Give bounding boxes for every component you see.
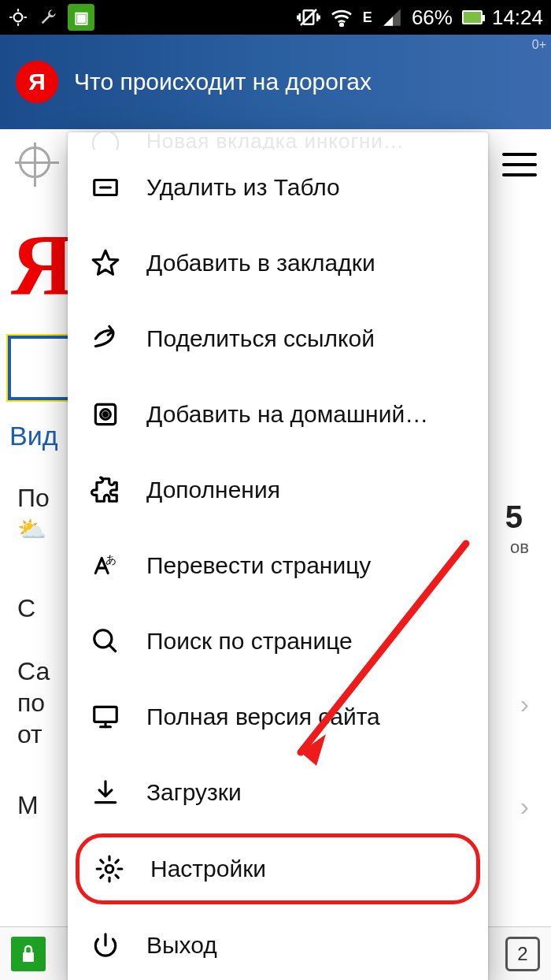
desktop-icon	[88, 700, 123, 734]
weather-icon: ⛅	[17, 515, 46, 543]
text-sa: Са	[17, 657, 50, 686]
menu-item-label: Новая вкладка инкогни…	[146, 132, 405, 150]
svg-text:あ: あ	[105, 553, 116, 566]
menu-item-label: Поделиться ссылкой	[146, 325, 375, 352]
menu-item-label: Загрузки	[146, 779, 242, 806]
svg-line-13	[109, 645, 116, 651]
svg-point-17	[105, 865, 113, 873]
status-bar: ▣ E 66% 14:24	[0, 0, 551, 35]
clock: 14:24	[492, 6, 543, 30]
menu-item-label: Выход	[146, 932, 217, 959]
battery-icon	[462, 10, 483, 24]
banner-headline: Что происходит на дорогах	[74, 69, 372, 95]
menu-item-truncated[interactable]: ◯ Новая вкладка инкогни…	[68, 132, 488, 150]
text-poi: по	[17, 689, 45, 718]
hamburger-menu-button[interactable]	[502, 153, 537, 176]
puzzle-icon	[88, 473, 123, 507]
video-link-partial[interactable]: Вид	[9, 421, 58, 451]
battery-percent: 66%	[412, 6, 453, 30]
chevron-right-icon[interactable]: ›	[520, 791, 529, 822]
yandex-logo: Я	[16, 61, 58, 103]
remove-tile-icon	[88, 170, 123, 205]
star-icon	[88, 246, 123, 280]
menu-item-label: Поиск по странице	[146, 628, 353, 655]
menu-item-label: Добавить на домашний…	[146, 401, 428, 428]
gps-icon	[8, 7, 28, 28]
menu-item-label: Полная версия сайта	[146, 703, 380, 730]
lock-icon[interactable]	[11, 937, 46, 971]
menu-item-power[interactable]: Выход	[68, 908, 488, 980]
menu-item-download[interactable]: Загрузки	[68, 755, 488, 830]
text-m: М	[17, 791, 39, 820]
menu-item-label: Перевести страницу	[146, 552, 371, 579]
translate-icon: あ	[88, 548, 123, 583]
menu-item-label: Добавить в закладки	[146, 250, 375, 277]
svg-point-10	[104, 413, 108, 417]
menu-item-home-add[interactable]: Добавить на домашний…	[68, 377, 488, 452]
menu-item-translate[interactable]: あПеревести страницу	[68, 528, 488, 603]
menu-item-label: Настройки	[150, 856, 266, 882]
chevron-right-icon[interactable]: ›	[520, 689, 529, 719]
text-ot: от	[17, 720, 43, 749]
region-count: 5	[505, 499, 523, 535]
tab-count-button[interactable]: 2	[505, 937, 540, 971]
menu-item-remove-tile[interactable]: Удалить из Табло	[68, 150, 488, 225]
yandex-letter: Я	[11, 216, 73, 316]
section-c: С	[17, 594, 35, 623]
menu-item-label: Дополнения	[146, 477, 280, 503]
app-badge-icon: ▣	[68, 4, 94, 31]
svg-rect-14	[94, 707, 117, 722]
search-box-partial[interactable]	[6, 334, 77, 402]
gear-icon	[92, 852, 127, 886]
age-badge: 0+	[532, 38, 546, 52]
signal-icon	[382, 9, 402, 26]
menu-item-find[interactable]: Поиск по странице	[68, 603, 488, 679]
find-icon	[88, 624, 123, 659]
svg-marker-7	[93, 251, 118, 274]
home-add-icon	[88, 397, 123, 432]
weather-label-partial: По	[17, 484, 50, 513]
menu-item-label: Удалить из Табло	[146, 174, 340, 201]
share-icon	[88, 321, 123, 356]
menu-item-puzzle[interactable]: Дополнения	[68, 452, 488, 528]
incognito-icon: ◯	[88, 132, 123, 150]
browser-overflow-menu: ◯ Новая вкладка инкогни… Удалить из Табл…	[68, 132, 488, 980]
power-icon	[88, 928, 123, 963]
wifi-icon	[330, 8, 353, 27]
download-icon	[88, 775, 123, 810]
svg-point-0	[14, 13, 23, 22]
vibrate-icon	[297, 7, 320, 28]
region-suffix: ов	[510, 537, 529, 558]
menu-item-gear[interactable]: Настройки	[76, 833, 480, 904]
zen-banner[interactable]: Я Что происходит на дорогах 0+	[0, 35, 551, 129]
network-type-icon: E	[363, 9, 372, 26]
svg-rect-4	[23, 952, 34, 962]
locate-icon[interactable]	[19, 147, 50, 178]
menu-item-share[interactable]: Поделиться ссылкой	[68, 301, 488, 377]
menu-item-star[interactable]: Добавить в закладки	[68, 225, 488, 301]
menu-item-desktop[interactable]: Полная версия сайта	[68, 679, 488, 755]
svg-point-3	[340, 24, 342, 26]
wrench-icon	[38, 7, 58, 28]
